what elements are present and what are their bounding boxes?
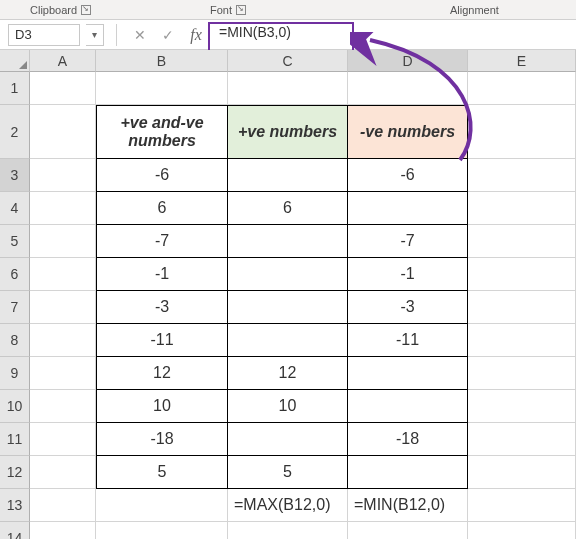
- cell[interactable]: [30, 159, 96, 192]
- name-box[interactable]: D3: [8, 24, 80, 46]
- dialog-launcher-icon[interactable]: [81, 5, 91, 15]
- col-header-e[interactable]: E: [468, 50, 576, 72]
- cell[interactable]: [468, 291, 576, 324]
- cell[interactable]: [30, 489, 96, 522]
- row-header[interactable]: 6: [0, 258, 30, 291]
- cell[interactable]: [468, 489, 576, 522]
- cell[interactable]: [348, 456, 468, 489]
- cell[interactable]: [468, 324, 576, 357]
- table-header-d[interactable]: -ve numbers: [348, 105, 468, 159]
- spreadsheet-grid[interactable]: A B C D E 1 2 +ve and-ve numbers +ve num…: [0, 50, 576, 539]
- cell[interactable]: [348, 357, 468, 390]
- col-header-d[interactable]: D: [348, 50, 468, 72]
- row-header[interactable]: 2: [0, 105, 30, 159]
- cell[interactable]: 12: [96, 357, 228, 390]
- cell[interactable]: [30, 324, 96, 357]
- cell[interactable]: -1: [96, 258, 228, 291]
- cell[interactable]: [228, 423, 348, 456]
- cell[interactable]: [348, 72, 468, 105]
- row-header[interactable]: 11: [0, 423, 30, 456]
- cell[interactable]: [30, 258, 96, 291]
- cell[interactable]: [96, 72, 228, 105]
- ribbon-group-alignment[interactable]: Alignment: [450, 4, 499, 16]
- cell[interactable]: 12: [228, 357, 348, 390]
- cell[interactable]: -11: [348, 324, 468, 357]
- cell[interactable]: -18: [96, 423, 228, 456]
- select-all-corner[interactable]: [0, 50, 30, 72]
- cell[interactable]: [468, 225, 576, 258]
- cell[interactable]: [228, 291, 348, 324]
- cell[interactable]: 10: [96, 390, 228, 423]
- cell[interactable]: [30, 291, 96, 324]
- cell-active[interactable]: -6: [348, 159, 468, 192]
- cell-formula-c13[interactable]: =MAX(B12,0): [228, 489, 348, 522]
- cell[interactable]: [30, 456, 96, 489]
- row-header[interactable]: 8: [0, 324, 30, 357]
- row-header[interactable]: 12: [0, 456, 30, 489]
- cell[interactable]: [228, 72, 348, 105]
- cell[interactable]: [96, 489, 228, 522]
- col-header-b[interactable]: B: [96, 50, 228, 72]
- cell[interactable]: [468, 258, 576, 291]
- cell[interactable]: -6: [96, 159, 228, 192]
- cell[interactable]: [468, 192, 576, 225]
- cell[interactable]: -1: [348, 258, 468, 291]
- ribbon-group-font[interactable]: Font: [210, 4, 246, 16]
- cell[interactable]: [30, 357, 96, 390]
- insert-function-button[interactable]: fx: [185, 24, 207, 46]
- row-header[interactable]: 1: [0, 72, 30, 105]
- row-header[interactable]: 4: [0, 192, 30, 225]
- cell[interactable]: [30, 72, 96, 105]
- cell[interactable]: -3: [96, 291, 228, 324]
- col-header-c[interactable]: C: [228, 50, 348, 72]
- cell[interactable]: [348, 192, 468, 225]
- cell[interactable]: [228, 225, 348, 258]
- cell[interactable]: 6: [228, 192, 348, 225]
- cell[interactable]: 10: [228, 390, 348, 423]
- cell[interactable]: [468, 357, 576, 390]
- row-header[interactable]: 9: [0, 357, 30, 390]
- cell[interactable]: -11: [96, 324, 228, 357]
- name-box-dropdown[interactable]: ▾: [86, 24, 104, 46]
- cell[interactable]: [228, 159, 348, 192]
- cell[interactable]: [30, 522, 96, 539]
- cell[interactable]: [228, 324, 348, 357]
- cell[interactable]: [468, 423, 576, 456]
- cell[interactable]: [468, 159, 576, 192]
- enter-button[interactable]: ✓: [157, 24, 179, 46]
- cell[interactable]: [468, 390, 576, 423]
- cancel-button[interactable]: ✕: [129, 24, 151, 46]
- table-header-c[interactable]: +ve numbers: [228, 105, 348, 159]
- table-header-b[interactable]: +ve and-ve numbers: [96, 105, 228, 159]
- cell[interactable]: -7: [348, 225, 468, 258]
- cell[interactable]: [96, 522, 228, 539]
- cell[interactable]: 6: [96, 192, 228, 225]
- formula-input[interactable]: =MIN(B3,0): [213, 24, 568, 46]
- cell[interactable]: -18: [348, 423, 468, 456]
- cell[interactable]: [468, 522, 576, 539]
- cell[interactable]: [30, 423, 96, 456]
- cell[interactable]: [30, 225, 96, 258]
- cell-formula-d13[interactable]: =MIN(B12,0): [348, 489, 468, 522]
- cell[interactable]: 5: [228, 456, 348, 489]
- cell[interactable]: -7: [96, 225, 228, 258]
- cell[interactable]: [468, 72, 576, 105]
- cell[interactable]: [30, 192, 96, 225]
- cell[interactable]: 5: [96, 456, 228, 489]
- row-header[interactable]: 7: [0, 291, 30, 324]
- cell[interactable]: [30, 105, 96, 159]
- row-header[interactable]: 13: [0, 489, 30, 522]
- cell[interactable]: [348, 522, 468, 539]
- cell[interactable]: [468, 456, 576, 489]
- cell[interactable]: [348, 390, 468, 423]
- row-header[interactable]: 14: [0, 522, 30, 539]
- cell[interactable]: [468, 105, 576, 159]
- row-header[interactable]: 3: [0, 159, 30, 192]
- cell[interactable]: -3: [348, 291, 468, 324]
- row-header[interactable]: 5: [0, 225, 30, 258]
- row-header[interactable]: 10: [0, 390, 30, 423]
- cell[interactable]: [228, 522, 348, 539]
- cell[interactable]: [228, 258, 348, 291]
- col-header-a[interactable]: A: [30, 50, 96, 72]
- dialog-launcher-icon[interactable]: [236, 5, 246, 15]
